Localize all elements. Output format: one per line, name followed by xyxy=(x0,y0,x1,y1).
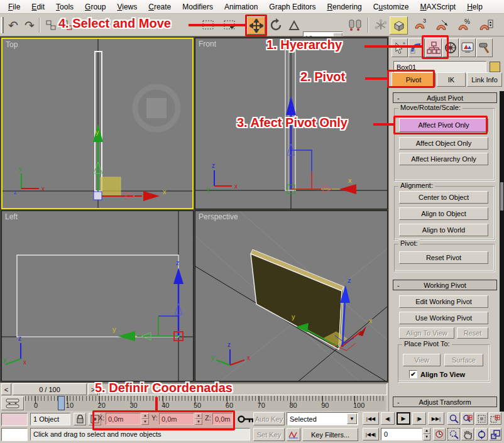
undo-icon[interactable]: ↶ xyxy=(5,17,21,33)
menu-tools[interactable]: Tools xyxy=(50,1,79,13)
select-and-link-icon[interactable] xyxy=(43,17,59,33)
menu-customize[interactable]: Customize xyxy=(368,1,415,13)
snap-3d-icon[interactable]: 3 xyxy=(412,17,428,33)
play-icon[interactable]: ▶ xyxy=(397,412,410,425)
time-slider-prev-button[interactable]: < xyxy=(1,383,11,395)
go-to-start-icon[interactable]: |◀◀ xyxy=(363,412,379,425)
set-key-mode-curve-icon[interactable] xyxy=(287,428,300,441)
ruler-number: 30 xyxy=(129,402,137,409)
zoom-extents-all-icon[interactable] xyxy=(489,412,501,425)
min-max-toggle-icon[interactable] xyxy=(489,428,501,440)
edit-working-pivot-button[interactable]: Edit Working Pivot xyxy=(399,295,488,308)
align-to-view-checkbox-row[interactable]: ✔ Align To View xyxy=(409,370,465,378)
center-to-object-button[interactable]: Center to Object xyxy=(399,191,488,204)
menu-views[interactable]: Views xyxy=(111,1,143,13)
group-label: Pivot: xyxy=(398,239,420,247)
link-info-tab-button[interactable]: Link Info xyxy=(467,72,502,87)
ik-tab-button[interactable]: IK xyxy=(437,72,466,87)
menu-animation[interactable]: Animation xyxy=(219,1,263,13)
maxscript-mini-listener[interactable] xyxy=(1,428,28,441)
key-mode-toggle-icon[interactable]: |◀◀| xyxy=(363,428,379,440)
zoom-all-icon[interactable] xyxy=(461,412,474,425)
align-to-world-button[interactable]: Align to World xyxy=(399,224,488,236)
checkbox-label: Align To View xyxy=(420,371,465,378)
previous-frame-icon[interactable]: ◀| xyxy=(381,412,395,425)
selection-lock-icon[interactable] xyxy=(74,413,86,425)
menu-modifiers[interactable]: Modifiers xyxy=(177,1,219,13)
selection-set-dropdown[interactable]: Selected ▼ xyxy=(287,412,358,425)
viewport-front-label[interactable]: Front xyxy=(199,40,216,48)
tab-utilities[interactable] xyxy=(476,38,493,57)
viewport-perspective-label[interactable]: Perspective xyxy=(199,212,238,221)
select-and-manipulate-icon[interactable] xyxy=(373,17,389,33)
redo-icon[interactable]: ↷ xyxy=(21,17,38,33)
align-to-object-button[interactable]: Align to Object xyxy=(399,207,488,220)
menu-help[interactable]: Help xyxy=(461,1,488,13)
object-color-swatch[interactable] xyxy=(490,62,500,72)
use-working-pivot-button[interactable]: Use Working Pivot xyxy=(399,312,488,324)
toolbar-separator xyxy=(39,18,40,33)
menu-graph-editors[interactable]: Graph Editors xyxy=(263,1,321,13)
go-to-end-icon[interactable]: ▶▶| xyxy=(428,412,444,425)
auto-key-button[interactable]: Auto Key xyxy=(253,412,285,425)
angle-snap-icon[interactable] xyxy=(434,17,450,33)
next-frame-icon[interactable]: |▶ xyxy=(412,412,426,425)
tab-display[interactable] xyxy=(459,38,476,57)
menu-create[interactable]: Create xyxy=(143,1,177,13)
panel-scrollbar[interactable] xyxy=(500,91,504,412)
mini-curve-editor-icon[interactable] xyxy=(1,397,24,410)
reset-pivot-button[interactable]: Reset Pivot xyxy=(399,251,488,264)
key-filters-button[interactable]: Key Filters... xyxy=(302,428,358,441)
select-and-scale-icon[interactable] xyxy=(286,17,302,33)
affect-hierarchy-only-button[interactable]: Affect Hierarchy Only xyxy=(399,153,488,165)
rollout-working-pivot[interactable]: - Working Pivot xyxy=(393,280,497,290)
group-label: Place Pivot To: xyxy=(402,340,452,347)
current-frame-spinner[interactable]: ▲▼ xyxy=(423,428,430,440)
tab-create[interactable] xyxy=(392,38,408,57)
percent-snap-icon[interactable]: % xyxy=(456,17,472,33)
menu-rendering[interactable]: Rendering xyxy=(321,1,367,13)
ruler-number: 60 xyxy=(226,402,233,409)
snaps-toggle-icon[interactable] xyxy=(390,16,408,35)
svg-text:y: y xyxy=(96,128,99,136)
select-and-rotate-icon[interactable] xyxy=(268,17,284,33)
region-zoom-icon[interactable] xyxy=(447,428,460,440)
viewport-left[interactable]: Left z y z y x xyxy=(1,211,194,381)
place-pivot-view-button[interactable]: View xyxy=(403,354,441,366)
current-frame-field[interactable]: 0 xyxy=(381,428,422,440)
reset-working-pivot-button[interactable]: Reset xyxy=(457,327,488,339)
viewport-left-label[interactable]: Left xyxy=(5,212,18,221)
command-panel: Box01 Pivot IK Link Info - Adjust Pivot … xyxy=(388,36,504,412)
zoom-icon[interactable] xyxy=(447,412,460,425)
time-configuration-icon[interactable] xyxy=(433,428,446,440)
checkbox-checked-icon[interactable]: ✔ xyxy=(409,370,417,378)
set-key-button[interactable]: Set Key xyxy=(253,428,285,441)
time-slider-thumb[interactable] xyxy=(58,396,65,410)
menu-file[interactable]: File xyxy=(3,1,26,13)
scrollbar-thumb[interactable] xyxy=(500,182,503,211)
menu-group[interactable]: Group xyxy=(79,1,111,13)
zoom-extents-icon[interactable] xyxy=(475,412,488,425)
place-pivot-surface-button[interactable]: Surface xyxy=(444,354,483,366)
dropdown-arrow-icon[interactable]: ▼ xyxy=(347,413,357,424)
mirror-icon[interactable] xyxy=(347,17,363,33)
svg-text:y: y xyxy=(112,325,116,333)
pan-hand-icon[interactable] xyxy=(461,428,474,440)
rollout-adjust-transform[interactable]: - Adjust Transform xyxy=(393,397,497,407)
viewport-top[interactable]: Top y x y x z xyxy=(1,38,194,209)
affect-object-only-button[interactable]: Affect Object Only xyxy=(399,137,488,150)
arc-rotate-icon[interactable] xyxy=(475,428,488,440)
toolbar-drag-handle[interactable] xyxy=(1,17,4,33)
menu-edit[interactable]: Edit xyxy=(26,1,50,13)
spinner-snap-icon[interactable] xyxy=(478,17,494,33)
align-to-view-button[interactable]: Align To View xyxy=(399,327,454,339)
viewport-perspective[interactable]: Perspective y z x xyxy=(195,211,388,381)
viewport-top-scene: y x y x z xyxy=(3,39,192,208)
track-bar[interactable]: 0102030405060708090100 xyxy=(25,396,386,411)
maxscript-macro-recorder[interactable] xyxy=(1,413,28,426)
time-slider[interactable]: 0 / 100 xyxy=(13,383,87,395)
menu-maxscript[interactable]: MAXScript xyxy=(415,1,462,13)
viewport-top-label[interactable]: Top xyxy=(6,40,18,49)
annotation-line-step5 xyxy=(155,397,158,411)
rollout-adjust-pivot[interactable]: - Adjust Pivot xyxy=(393,92,497,103)
